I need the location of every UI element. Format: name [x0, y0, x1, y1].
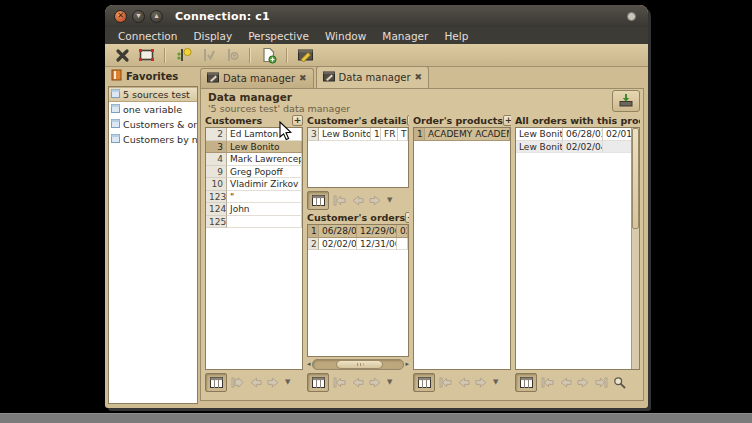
- table-row[interactable]: 123": [206, 191, 302, 204]
- table-cell: ACADEMY ACADEMY: [425, 128, 510, 141]
- first-record-icon[interactable]: [332, 193, 347, 208]
- previous-record-icon[interactable]: [350, 375, 365, 390]
- add-button[interactable]: +: [405, 212, 409, 223]
- favorites-sidebar: Favorites 5 sources test one variable Cu…: [108, 67, 198, 404]
- table-row[interactable]: 106/28/0312/29/0602/0: [308, 225, 408, 238]
- favorites-header: Favorites: [108, 67, 198, 85]
- menu-item-perspective[interactable]: Perspective: [240, 30, 317, 42]
- table-cell: 02/0: [397, 225, 408, 238]
- main-toolbar: [105, 44, 648, 67]
- customer-orders-grid[interactable]: 106/28/0312/29/0602/0202/02/0412/31/06: [307, 224, 409, 357]
- last-record-icon[interactable]: [594, 375, 609, 390]
- sidebar-item-customers-by-name[interactable]: Customers by name: [109, 132, 197, 147]
- close-x-icon[interactable]: [113, 46, 132, 65]
- app-window: ✕ ▾ ▴ Connection: c1 Connection Display …: [105, 5, 648, 408]
- customer-orders-header: Customer's orders +: [307, 211, 409, 223]
- scrollbar-thumb[interactable]: [632, 128, 639, 229]
- grid-view-button[interactable]: [307, 373, 329, 392]
- minimize-window-button[interactable]: ▾: [132, 10, 145, 23]
- table-row[interactable]: 125: [206, 216, 302, 229]
- customers-toolbar: ▼: [205, 371, 303, 393]
- order-products-grid[interactable]: 1ACADEMY ACADEMY: [413, 127, 511, 370]
- add-button[interactable]: +: [407, 115, 409, 126]
- table-cell: Greg Popoff: [227, 166, 302, 179]
- title-bar[interactable]: ✕ ▾ ▴ Connection: c1: [105, 5, 648, 27]
- grid-view-button[interactable]: [205, 373, 227, 392]
- scrollbar-thumb[interactable]: [336, 360, 383, 369]
- menu-item-manager[interactable]: Manager: [374, 30, 436, 42]
- table-cell: 06/28/03: [563, 128, 603, 141]
- first-record-icon[interactable]: [230, 375, 245, 390]
- check-disabled-icon[interactable]: [198, 46, 217, 65]
- vertical-scrollbar[interactable]: [631, 128, 639, 369]
- order-products-panel: Order's products + 1ACADEMY ACADEMY ▼: [413, 114, 511, 393]
- lamp-plug-icon[interactable]: [174, 46, 193, 65]
- panel-title: Order's products: [413, 115, 503, 126]
- horizontal-scrollbar[interactable]: ◂ ▸: [307, 359, 409, 370]
- first-record-icon[interactable]: [438, 375, 453, 390]
- table-row[interactable]: 9Greg Popoff: [206, 166, 302, 179]
- grid-view-button[interactable]: [307, 191, 329, 210]
- more-actions-icon[interactable]: ▼: [387, 196, 392, 204]
- tab-data-manager-2[interactable]: Data manager ✖: [316, 66, 430, 88]
- add-button[interactable]: +: [503, 115, 511, 126]
- window-properties-icon[interactable]: [137, 46, 156, 65]
- more-actions-icon[interactable]: ▼: [387, 378, 392, 386]
- menu-item-connection[interactable]: Connection: [110, 30, 185, 42]
- table-row[interactable]: 1ACADEMY ACADEMY: [414, 128, 510, 141]
- table-row[interactable]: Lew Bonito06/28/0302/01/04: [516, 128, 632, 141]
- customer-details-header: Customer's details +: [307, 114, 409, 126]
- more-actions-icon[interactable]: ▼: [493, 378, 498, 386]
- table-row[interactable]: 10Vladimir Zirkov: [206, 178, 302, 191]
- next-record-icon[interactable]: [576, 375, 591, 390]
- sidebar-item-customers-orders[interactable]: Customers & orders: [109, 117, 197, 132]
- search-icon[interactable]: [612, 375, 627, 390]
- all-orders-grid[interactable]: Lew Bonito06/28/0302/01/04Lew Bonito02/0…: [516, 128, 632, 153]
- previous-record-icon[interactable]: [558, 375, 573, 390]
- next-record-icon[interactable]: [368, 193, 383, 208]
- grid-view-button[interactable]: [515, 373, 537, 392]
- more-actions-icon[interactable]: ▼: [285, 378, 290, 386]
- edit-window-icon[interactable]: [296, 46, 315, 65]
- table-row[interactable]: Lew Bonito02/02/04: [516, 141, 632, 154]
- save-view-button[interactable]: [612, 90, 640, 112]
- tab-bar: Data manager ✖ Data manager ✖: [200, 67, 429, 88]
- scroll-left-icon[interactable]: ◂: [307, 359, 311, 370]
- customers-grid[interactable]: 2Ed Lamton3Lew Bonito4Mark Lawrencep9Gre…: [205, 127, 303, 370]
- previous-record-icon[interactable]: [456, 375, 471, 390]
- grid-view-button[interactable]: [413, 373, 435, 392]
- menu-item-display[interactable]: Display: [185, 30, 240, 42]
- tab-close-icon[interactable]: ✖: [299, 74, 307, 83]
- tab-data-manager-1[interactable]: Data manager ✖: [200, 68, 314, 88]
- table-cell: Vladimir Zirkov: [227, 178, 302, 191]
- toolbar-separator: [249, 48, 251, 63]
- table-row[interactable]: 124John: [206, 203, 302, 216]
- table-row[interactable]: 202/02/0412/31/06: [308, 238, 408, 251]
- menu-item-help[interactable]: Help: [436, 30, 476, 42]
- tab-close-icon[interactable]: ✖: [415, 73, 423, 82]
- table-row[interactable]: 3Lew Bonito1FRTLS: [308, 128, 408, 141]
- next-record-icon[interactable]: [474, 375, 489, 390]
- customer-details-grid[interactable]: 3Lew Bonito1FRTLS: [307, 127, 409, 188]
- sidebar-item-5-sources-test[interactable]: 5 sources test: [109, 87, 197, 102]
- rollback-disabled-icon[interactable]: [222, 46, 241, 65]
- scrollbar-track[interactable]: [312, 359, 405, 370]
- next-record-icon[interactable]: [368, 375, 383, 390]
- order-products-toolbar: ▼: [413, 371, 511, 393]
- maximize-window-button[interactable]: ▴: [150, 10, 163, 23]
- new-document-icon[interactable]: [259, 46, 278, 65]
- first-record-icon[interactable]: [332, 375, 347, 390]
- close-window-button[interactable]: ✕: [114, 10, 127, 23]
- scroll-right-icon[interactable]: ▸: [405, 359, 409, 370]
- previous-record-icon[interactable]: [248, 375, 263, 390]
- previous-record-icon[interactable]: [350, 193, 365, 208]
- dataset-icon: [111, 104, 120, 115]
- all-orders-grid-wrap: Lew Bonito06/28/0302/01/04Lew Bonito02/0…: [515, 127, 640, 370]
- menu-item-window[interactable]: Window: [317, 30, 374, 42]
- table-row[interactable]: 4Mark Lawrencep: [206, 153, 302, 166]
- first-record-icon[interactable]: [540, 375, 555, 390]
- sidebar-item-one-variable[interactable]: one variable: [109, 102, 197, 117]
- scrollbar-grip: [356, 363, 363, 366]
- favorites-title: Favorites: [126, 71, 178, 82]
- next-record-icon[interactable]: [266, 375, 281, 390]
